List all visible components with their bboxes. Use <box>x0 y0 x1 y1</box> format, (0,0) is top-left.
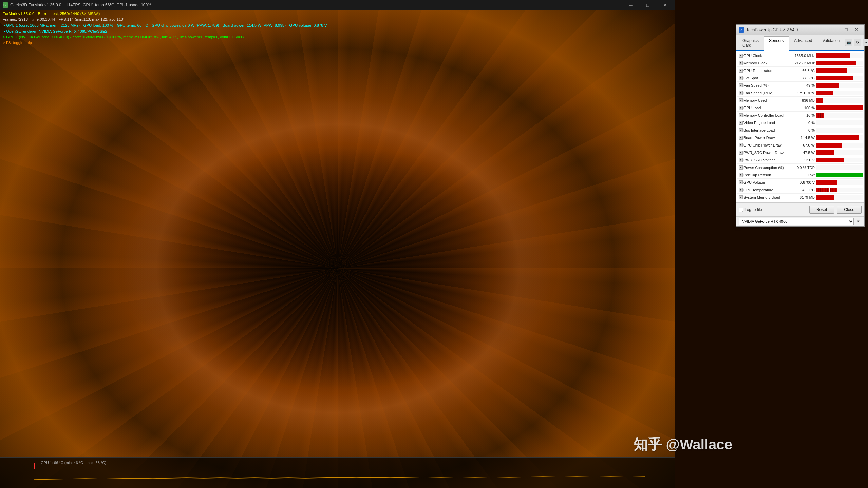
sensor-dropdown-5[interactable]: ▼ <box>739 91 743 95</box>
sensor-dropdown-9[interactable]: ▼ <box>739 121 743 125</box>
fm-line-1: FurMark v1.35.0.0 - Burn-in test, 2560x1… <box>3 11 327 17</box>
sensor-bar <box>816 105 863 110</box>
sensor-dropdown-0[interactable]: ▼ <box>739 54 743 58</box>
tab-validation[interactable]: Validation <box>817 36 845 50</box>
sensor-bar-container <box>816 91 863 95</box>
furmark-bg <box>0 0 675 488</box>
gpuz-titlebar: Z TechPowerUp GPU-Z 2.54.0 ─ □ ✕ <box>736 25 864 35</box>
sensor-dropdown-1[interactable]: ▼ <box>739 61 743 65</box>
sensor-bar <box>816 98 823 103</box>
furmark-maximize-button[interactable]: □ <box>640 0 656 10</box>
gpuz-bottom-bar: Log to file Reset Close <box>736 202 864 216</box>
sensor-dropdown-12[interactable]: ▼ <box>739 143 743 147</box>
bg-streaks <box>0 0 675 488</box>
sensor-bar-container <box>816 105 863 110</box>
sensor-dropdown-19[interactable]: ▼ <box>739 195 743 199</box>
sensor-dropdown-8[interactable]: ▼ <box>739 113 743 117</box>
sensor-name-label: PerfCap Reason <box>743 173 771 177</box>
sensor-value: 100 % <box>792 106 816 110</box>
log-to-file-checkbox[interactable] <box>739 208 743 212</box>
sensor-value: 1791 RPM <box>792 91 816 95</box>
menu-icon[interactable]: ≡ <box>863 39 868 46</box>
sensor-dropdown-16[interactable]: ▼ <box>739 173 743 177</box>
sensor-row: ▼GPU Clock1665.0 MHz <box>737 52 863 59</box>
sensor-name-label: Bus Interface Load <box>743 128 775 132</box>
sensor-bar-container <box>816 68 863 73</box>
sensor-value: 47.5 W <box>792 151 816 155</box>
sensor-row: ▼Memory Clock2125.2 MHz <box>737 59 863 67</box>
furmark-icon: G3 <box>3 2 8 8</box>
furmark-minimize-button[interactable]: ─ <box>623 0 639 10</box>
sensor-row: ▼Video Engine Load0 % <box>737 119 863 126</box>
sensor-name-label: Power Consumption (%) <box>743 165 784 170</box>
sensor-bar-container <box>816 158 863 162</box>
sensor-row: ▼PWR_SRC Voltage12.0 V <box>737 156 863 164</box>
tab-advanced[interactable]: Advanced <box>789 36 817 50</box>
camera-icon[interactable]: 📷 <box>845 39 852 46</box>
sensor-row: ▼System Memory Used6179 MB <box>737 194 863 201</box>
sensor-dropdown-7[interactable]: ▼ <box>739 106 743 110</box>
watermark: 知乎 @Wallace <box>634 435 732 454</box>
sensor-bar-container <box>816 98 863 103</box>
furmark-close-button[interactable]: ✕ <box>657 0 673 10</box>
sensor-dropdown-13[interactable]: ▼ <box>739 151 743 155</box>
sensor-value: 49 % <box>792 83 816 87</box>
sensor-bar <box>816 76 853 80</box>
refresh-icon[interactable]: ↻ <box>854 39 861 46</box>
tab-sensors[interactable]: Sensors <box>764 36 789 51</box>
sensors-body: ▼GPU Clock1665.0 MHz▼Memory Clock2125.2 … <box>736 51 864 202</box>
tab-graphics-card[interactable]: Graphics Card <box>737 36 764 50</box>
sensor-name-label: Hot Spot <box>743 76 758 80</box>
sensor-bar <box>816 61 856 65</box>
sensor-dropdown-14[interactable]: ▼ <box>739 158 743 162</box>
furmark-titlebar: G3 Geeks3D FurMark v1.35.0.0 – 114FPS, G… <box>0 0 675 10</box>
sensor-value: 2125.2 MHz <box>792 61 816 65</box>
gpu-selector[interactable]: NVIDIA GeForce RTX 4060 <box>739 218 854 225</box>
sensor-dropdown-6[interactable]: ▼ <box>739 98 743 102</box>
sensor-dropdown-10[interactable]: ▼ <box>739 128 743 132</box>
sensor-value: 114.5 W <box>792 136 816 140</box>
sensor-name-label: Memory Clock <box>743 61 767 65</box>
gpuz-close-button[interactable]: ✕ <box>851 25 862 35</box>
sensor-bar-container <box>816 128 863 133</box>
sensor-value: 0.8700 V <box>792 180 816 184</box>
sensor-bar <box>816 158 844 162</box>
sensor-value: 1665.0 MHz <box>792 54 816 58</box>
fm-line-2: Frames:72913 - time:00:10:44 - FPS:114 (… <box>3 17 327 22</box>
sensor-bar <box>816 91 833 95</box>
sensor-dropdown-17[interactable]: ▼ <box>739 180 743 184</box>
gpuz-action-buttons: Reset Close <box>809 206 862 214</box>
sensor-row: ▼GPU Voltage0.8700 V <box>737 179 863 186</box>
gpuz-tabs: Graphics Card Sensors Advanced Validatio… <box>736 35 864 51</box>
sensor-name-label: PWR_SRC Power Draw <box>743 151 784 155</box>
gpuz-minimize-button[interactable]: ─ <box>831 25 841 35</box>
sensor-row: ▼GPU Load100 % <box>737 104 863 112</box>
sensor-name-label: Video Engine Load <box>743 121 775 125</box>
sensor-dropdown-11[interactable]: ▼ <box>739 136 743 140</box>
gpu-selector-row: NVIDIA GeForce RTX 4060 ▼ <box>736 216 864 226</box>
log-to-file-label[interactable]: Log to file <box>739 207 762 212</box>
sensor-bar-container <box>816 120 863 125</box>
sensor-value: 0 % <box>792 128 816 132</box>
gpuz-restore-button[interactable]: □ <box>841 25 851 35</box>
sensor-dropdown-3[interactable]: ▼ <box>739 76 743 80</box>
sensor-bar-container <box>816 53 863 58</box>
close-button[interactable]: Close <box>837 206 862 214</box>
sensor-bar-container <box>816 143 863 148</box>
furmark-info-overlay: FurMark v1.35.0.0 - Burn-in test, 2560x1… <box>3 11 327 46</box>
sensor-name-label: Fan Speed (RPM) <box>743 91 774 95</box>
sensor-bar-container <box>816 150 863 155</box>
sensor-dropdown-2[interactable]: ▼ <box>739 69 743 73</box>
reset-button[interactable]: Reset <box>809 206 834 214</box>
sensor-bar <box>816 180 837 185</box>
fm-line-5: > GPU 1 (NVIDIA GeForce RTX 4060) - core… <box>3 34 327 40</box>
gpuz-tab-icons: 📷 ↻ ≡ <box>845 35 868 50</box>
sensor-bar <box>816 68 847 73</box>
sensor-dropdown-4[interactable]: ▼ <box>739 83 743 87</box>
sensor-bar-container <box>816 180 863 185</box>
sensor-bar <box>816 188 837 192</box>
sensor-bar-container <box>816 135 863 140</box>
sensor-dropdown-18[interactable]: ▼ <box>739 188 743 192</box>
sensor-dropdown-15[interactable]: ▼ <box>739 165 743 170</box>
sensor-bar <box>816 195 834 200</box>
